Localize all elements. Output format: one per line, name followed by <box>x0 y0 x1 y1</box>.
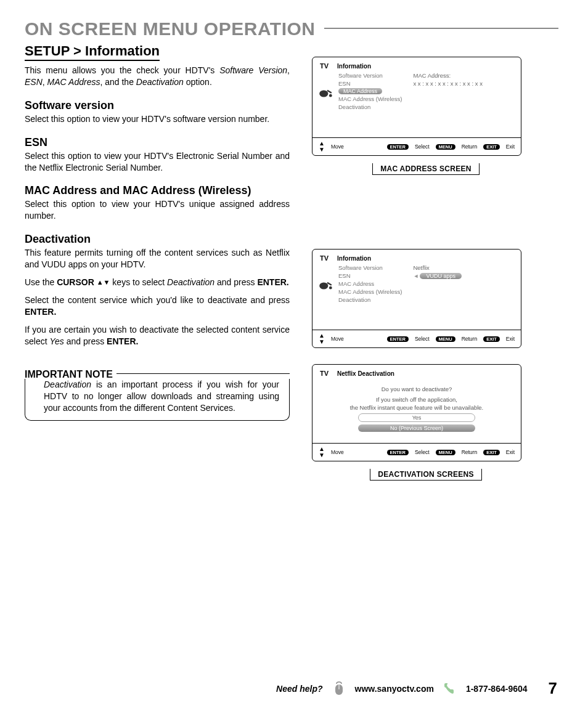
screen3-heading: Netflix Deactivation <box>337 370 394 377</box>
wrench-satellite-icon <box>319 87 335 100</box>
intro-s1: , <box>287 65 290 75</box>
page-footer: Need help? www.sanyoctv.com 1-877-864-96… <box>25 679 557 698</box>
enter-pill: ENTER <box>387 144 409 150</box>
intro-i3: MAC Address <box>47 77 100 87</box>
heading-software-version: Software version <box>25 99 290 112</box>
intro-i4: Deactivation <box>136 77 184 87</box>
footer-url: www.sanyoctv.com <box>355 684 434 694</box>
svg-point-2 <box>329 94 332 97</box>
note-rule <box>116 373 290 374</box>
screen2-detail: Netflix ◄VUDU apps <box>413 264 461 303</box>
deact-step2: Select the content service which you'd l… <box>25 294 290 318</box>
detail-value: x x : x x : x x : x x : x x : x x <box>413 80 482 87</box>
cursor-down-icon: ▼ <box>104 278 110 286</box>
caption-mac: MAC ADDRESS SCREEN <box>312 163 540 175</box>
caption-deact: DEACTIVATION SCREENS <box>312 469 540 481</box>
intro-paragraph: This menu allows you the check your HDTV… <box>25 65 290 88</box>
menu-item: MAC Address <box>338 280 402 287</box>
svg-point-3 <box>319 283 328 290</box>
deact-line1: If you switch off the application, <box>332 396 501 403</box>
menu-item: MAC Address (Wireless) <box>338 95 402 102</box>
detail-label: MAC Address: <box>413 72 482 79</box>
s1c: keys to select <box>110 277 167 287</box>
screen-footer: ▲▼ Move ENTER Select MENU Return EXIT Ex… <box>312 443 521 461</box>
p-mac: Select this option to view your HDTV's u… <box>25 198 290 222</box>
page-title: ON SCREEN MENU OPERATION <box>25 18 557 39</box>
exit-pill: EXIT <box>483 144 500 150</box>
intro-s3: , and the <box>100 77 136 87</box>
enter-label: Select <box>415 144 430 150</box>
footer-phone: 1-877-864-9604 <box>466 684 528 694</box>
menu-label: Return <box>462 336 478 342</box>
right-column: TV Information Software Version ESN MAC … <box>312 43 540 481</box>
phone-icon <box>443 681 457 696</box>
menu-item: Deactivation <box>338 103 402 110</box>
move-arrows-icon: ▲▼ <box>319 140 325 153</box>
menu-pill: MENU <box>436 144 455 150</box>
tv-label: TV <box>320 254 329 262</box>
heading-esn: ESN <box>25 136 290 149</box>
breadcrumb: SETUP > Information <box>25 43 160 61</box>
wrench-satellite-icon <box>319 279 335 293</box>
menu-label: Return <box>462 449 478 455</box>
s1e: and press <box>214 277 257 287</box>
caption2-text: DEACTIVATION SCREENS <box>370 469 482 481</box>
exit-label: Exit <box>506 144 515 150</box>
s2b: ENTER. <box>25 307 56 317</box>
exit-label: Exit <box>506 336 515 342</box>
intro-s2: , <box>43 77 47 87</box>
deact-step1: Use the CURSOR ▲▼ keys to select Deactiv… <box>25 277 290 288</box>
screen1-menu: Software Version ESN MAC Address MAC Add… <box>338 72 402 110</box>
s1f: ENTER. <box>257 277 288 287</box>
menu-item: Software Version <box>338 264 402 271</box>
detail-item-selected: ◄VUDU apps <box>413 272 461 279</box>
page-number: 7 <box>549 679 557 698</box>
p-software-version: Select this option to view your HDTV's s… <box>25 113 290 125</box>
menu-item: MAC Address (Wireless) <box>338 288 402 295</box>
enter-label: Select <box>415 336 430 342</box>
option-yes: Yes <box>358 413 475 422</box>
svg-point-5 <box>329 286 332 290</box>
title-rule <box>324 28 558 29</box>
intro-pre: This menu allows you the check your HDTV… <box>25 65 219 75</box>
screen2-heading: Information <box>337 255 371 262</box>
move-label: Move <box>331 336 344 342</box>
enter-pill: ENTER <box>387 336 409 342</box>
sel-text: VUDU apps <box>420 273 462 279</box>
s1d: Deactivation <box>167 277 214 287</box>
intro-post: option. <box>184 77 212 87</box>
move-label: Move <box>331 144 344 150</box>
exit-pill: EXIT <box>483 336 500 342</box>
menu-item: Software Version <box>338 72 402 79</box>
move-label: Move <box>331 449 344 455</box>
option-no-selected: No (Previous Screen) <box>358 424 475 432</box>
screen2-menu: Software Version ESN MAC Address MAC Add… <box>338 264 402 303</box>
tv-label: TV <box>320 370 329 377</box>
s3c: and press <box>64 336 107 346</box>
screen1-heading: Information <box>337 63 371 70</box>
intro-i1: Software Version <box>219 65 287 75</box>
menu-pill: MENU <box>436 336 455 342</box>
note-i: Deactivation <box>44 379 91 389</box>
deact-step3: If you are certain you wish to deactivat… <box>25 324 290 347</box>
deact-line2: the Netflix instant queue feature will b… <box>332 404 501 411</box>
s3d: ENTER. <box>107 336 138 346</box>
s1b: CURSOR <box>57 277 97 287</box>
heading-mac: MAC Address and MAC Address (Wireless) <box>25 184 290 197</box>
move-arrows-icon: ▲▼ <box>319 333 325 345</box>
tv-label: TV <box>320 62 329 70</box>
heading-deactivation: Deactivation <box>25 233 290 246</box>
menu-item: ESN <box>338 272 402 279</box>
mouse-icon <box>332 681 346 696</box>
mac-address-screen: TV Information Software Version ESN MAC … <box>312 57 521 156</box>
menu-label: Return <box>462 144 478 150</box>
deactivation-screen-2: TV Netflix Deactivation Do you want to d… <box>312 364 521 461</box>
exit-label: Exit <box>506 449 515 455</box>
menu-pill: MENU <box>436 450 455 455</box>
p-deactivation: This feature permits turning off the con… <box>25 247 290 270</box>
move-arrows-icon: ▲▼ <box>319 446 325 458</box>
enter-label: Select <box>415 449 430 455</box>
exit-pill: EXIT <box>483 450 500 455</box>
deact-body: Do you want to deactivate? If you switch… <box>320 379 513 438</box>
s2a: Select the content service which you'd l… <box>25 295 290 305</box>
